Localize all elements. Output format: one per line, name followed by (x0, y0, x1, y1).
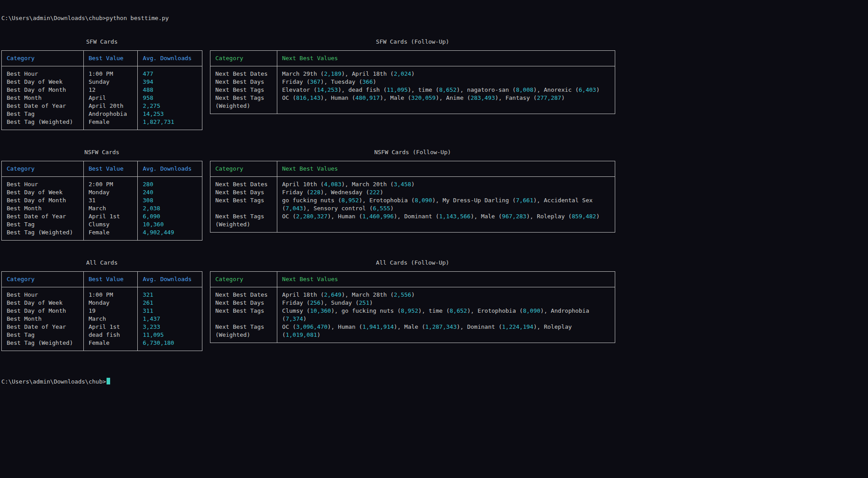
header-row: CategoryNext Best Values (210, 161, 615, 177)
category-line: Next Best Dates (215, 291, 272, 299)
table-row: Best Tag (Weighted)Female1,827,731 (2, 118, 202, 130)
category-cell: Best Day of Month (2, 307, 84, 315)
category-cell: Best Hour (2, 66, 84, 78)
column-header: Next Best Values (277, 272, 615, 287)
table-row: Best Day of Month19311 (2, 307, 202, 315)
table-row: Next Best TagsClumsy (10,360), go fuckin… (210, 307, 615, 323)
value-number: 1,460,996 (362, 213, 394, 220)
value-number: 320,059 (411, 94, 436, 101)
table-title: SFW Cards (Follow-Up) (210, 38, 615, 46)
category-cell: Best Date of Year (2, 323, 84, 331)
category-cell: Next Best Tags (210, 196, 277, 212)
terminal-cursor (107, 378, 110, 384)
value-cell: Androphobia (83, 110, 138, 118)
table-row: Best Date of YearApril 1st3,233 (2, 323, 202, 331)
category-cell: Next Best Tags(Weighted) (210, 212, 277, 233)
value-number: 11,095 (387, 86, 408, 93)
downloads-cell: 488 (138, 86, 202, 94)
followup-panel: All Cards (Follow-Up)CategoryNext Best V… (210, 259, 615, 343)
column-header: Best Value (83, 51, 138, 66)
value-cell: April (83, 94, 138, 102)
category-line: Next Best Tags (215, 323, 272, 331)
column-header: Best Value (83, 161, 138, 177)
table-row: Next Best DatesMarch 29th (2,189), April… (210, 66, 615, 78)
value-cell: April 20th (83, 102, 138, 110)
value-number: 2,649 (324, 291, 341, 298)
table-row: Best Hour1:00 PM477 (2, 66, 202, 78)
column-header: Category (2, 51, 84, 66)
value-number: 283,493 (470, 94, 495, 101)
downloads-cell: 2,038 (138, 204, 202, 212)
followup-panel: SFW Cards (Follow-Up)CategoryNext Best V… (210, 38, 615, 114)
value-line: Elevator (14,253), dead fish (11,095), t… (282, 86, 610, 94)
shell-prompt-line: C:\Users\admin\Downloads\chub> (1, 378, 864, 386)
downloads-cell: 1,437 (138, 315, 202, 323)
downloads-cell: 280 (138, 177, 202, 189)
table-title: NSFW Cards (Follow-Up) (210, 148, 615, 156)
value-cell: April 1st (83, 212, 138, 221)
value-number: 2,024 (394, 70, 411, 77)
value-cell: March 29th (2,189), April 18th (2,024) (277, 66, 615, 78)
value-number: 1,019,081 (286, 331, 317, 338)
tables-row: All CardsCategoryBest ValueAvg. Download… (1, 259, 864, 351)
category-line: Next Best Tags (215, 212, 272, 221)
value-cell: Elevator (14,253), dead fish (11,095), t… (277, 86, 615, 94)
value-line: April 18th (2,649), March 28th (2,556) (282, 291, 610, 299)
value-line: April 10th (4,083), March 20th (3,458) (282, 180, 610, 188)
value-number: 256 (310, 299, 320, 306)
category-line: Next Best Tags (215, 86, 272, 94)
category-cell: Best Hour (2, 177, 84, 189)
category-cell: Best Day of Month (2, 196, 84, 204)
downloads-cell: 4,902,449 (138, 229, 202, 241)
category-cell: Best Hour (2, 287, 84, 299)
category-cell: Best Tag (Weighted) (2, 118, 84, 130)
tables-area: SFW CardsCategoryBest ValueAvg. Download… (1, 38, 864, 351)
value-number: 8,652 (439, 86, 457, 93)
value-cell: April 1st (83, 323, 138, 331)
terminal-window[interactable]: C:\Users\admin\Downloads\chub>python bes… (0, 0, 868, 478)
value-cell: 12 (83, 86, 138, 94)
table-row: Best Date of YearApril 20th2,275 (2, 102, 202, 110)
value-cell: Sunday (83, 78, 138, 86)
table-row: Next Best Tagsgo fucking nuts (8,952), E… (210, 196, 615, 212)
table-row: Best Day of WeekSunday394 (2, 78, 202, 86)
value-number: 1,941,914 (362, 323, 394, 330)
value-line: Friday (367), Tuesday (366) (282, 78, 610, 86)
header-row: CategoryNext Best Values (210, 272, 615, 287)
category-cell: Best Tag (2, 331, 84, 339)
value-number: 2,556 (394, 291, 411, 298)
value-number: 7,374 (286, 315, 303, 322)
table-row: Next Best Tags(Weighted)OC (3,096,470), … (210, 323, 615, 343)
value-cell: Clumsy (83, 221, 138, 229)
downloads-cell: 11,095 (138, 331, 202, 339)
value-cell: April 10th (4,083), March 20th (3,458) (277, 177, 615, 189)
value-number: 8,952 (401, 307, 418, 314)
category-cell: Best Month (2, 315, 84, 323)
downloads-cell: 240 (138, 188, 202, 196)
column-header: Best Value (83, 272, 138, 287)
column-header: Avg. Downloads (138, 51, 202, 66)
value-number: 480,917 (355, 94, 380, 101)
column-header: Category (210, 161, 277, 177)
category-line: (Weighted) (215, 102, 272, 110)
table-row: Best Day of Month31308 (2, 196, 202, 204)
value-number: 816,143 (296, 94, 321, 101)
table-row: Best Hour2:00 PM280 (2, 177, 202, 189)
column-header: Category (210, 51, 277, 66)
category-cell: Best Month (2, 94, 84, 102)
value-line: Friday (228), Wednesday (222) (282, 188, 610, 196)
value-number: 6,403 (579, 86, 596, 93)
value-cell: Female (83, 229, 138, 241)
header-row: CategoryBest ValueAvg. Downloads (2, 161, 202, 177)
table-row: Next Best TagsElevator (14,253), dead fi… (210, 86, 615, 94)
table-title: All Cards (1, 259, 202, 267)
category-line: Next Best Dates (215, 180, 272, 188)
category-line: Next Best Tags (215, 196, 272, 204)
value-line: (7,043), Sensory control (6,555) (282, 204, 610, 212)
table-row: Best MonthMarch2,038 (2, 204, 202, 212)
downloads-cell: 10,360 (138, 221, 202, 229)
value-number: 6,555 (373, 205, 390, 212)
category-cell: Next Best Days (210, 299, 277, 307)
value-cell: 31 (83, 196, 138, 204)
value-cell: 1:00 PM (83, 66, 138, 78)
